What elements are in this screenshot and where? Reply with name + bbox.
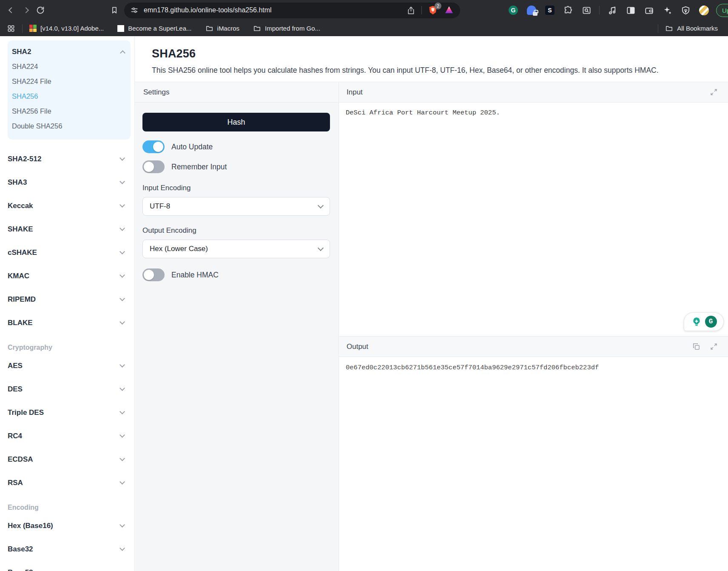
apps-grid-icon[interactable]: [7, 24, 15, 33]
input-textarea[interactable]: DeSci Africa Port Harcourt Meetup 2025. …: [339, 103, 728, 337]
sidebar-group-sha2-512[interactable]: SHA2-512: [8, 147, 124, 171]
chevron-down-icon: [119, 456, 125, 461]
input-encoding-label: Input Encoding: [142, 184, 330, 192]
site-settings-tune-icon[interactable]: [130, 6, 139, 14]
bookmarks-bar: [v14.0, v13.0] Adobe... Become a SuperLe…: [0, 20, 728, 36]
sidebar-item-sha256-active[interactable]: SHA256: [12, 89, 125, 104]
white-favicon: [117, 25, 124, 32]
sidebar-group-cshake[interactable]: cSHAKE: [8, 241, 124, 264]
input-encoding-select[interactable]: UTF-8: [142, 197, 330, 216]
blue-extension-icon[interactable]: [526, 5, 537, 16]
settings-panel-header: Settings: [135, 82, 338, 103]
wallet-icon[interactable]: [643, 5, 654, 16]
browser-chrome: emn178.github.io/online-tools/sha256.htm…: [0, 0, 728, 36]
hash-button[interactable]: Hash: [142, 113, 330, 131]
chevron-down-icon: [119, 155, 125, 161]
url-text[interactable]: emn178.github.io/online-tools/sha256.htm…: [144, 6, 407, 14]
auto-update-toggle[interactable]: [142, 140, 165, 153]
grammarly-suggestion-bulb-icon: [691, 316, 702, 327]
sidebar-item-sha224-file[interactable]: SHA224 File: [12, 74, 125, 89]
media-control-icon[interactable]: [607, 5, 618, 16]
grammarly-widget[interactable]: G: [684, 312, 724, 331]
output-textarea[interactable]: 0e67ed0c22013cb6271b561e35ce57f7014ba962…: [339, 357, 728, 571]
sidebar-group-kmac[interactable]: KMAC: [8, 264, 124, 288]
chevron-down-icon: [119, 385, 125, 391]
enable-hmac-toggle[interactable]: [142, 268, 165, 281]
back-button[interactable]: [4, 3, 19, 17]
chevron-down-icon: [119, 432, 125, 438]
s-extension-icon[interactable]: S: [544, 5, 555, 16]
sidebar-group-triple-des[interactable]: Triple DES: [8, 401, 124, 424]
sidebar-item-sha224[interactable]: SHA224: [12, 59, 125, 74]
chevron-down-icon: [119, 249, 125, 254]
forward-icon: [23, 7, 29, 13]
output-encoding-select[interactable]: Hex (Lower Case): [142, 240, 330, 258]
remember-input-toggle[interactable]: [142, 160, 165, 173]
adobe-favicon: [29, 25, 37, 32]
gold-profile-badge-icon[interactable]: [698, 5, 709, 16]
sidebar-group-aes[interactable]: AES: [8, 354, 124, 377]
sidebar-group-base32[interactable]: Base32: [8, 537, 124, 561]
brave-rewards-icon[interactable]: [444, 5, 454, 15]
sidebar-group-rc4[interactable]: RC4: [8, 424, 124, 448]
all-bookmarks-button[interactable]: All Bookmarks: [665, 24, 718, 32]
chevron-down-icon: [318, 202, 324, 208]
chevron-down-icon: [119, 545, 125, 551]
share-icon[interactable]: [407, 6, 415, 15]
bookmark-icon: [110, 6, 119, 14]
search-tab-icon[interactable]: [581, 5, 592, 16]
sidebar-section-cryptography: Cryptography: [8, 344, 127, 351]
shield-badge: 2: [435, 3, 441, 9]
input-panel-header: Input: [339, 82, 728, 103]
chevron-down-icon: [119, 319, 125, 325]
chevron-down-icon: [119, 479, 125, 485]
forward-button[interactable]: [19, 3, 33, 17]
sidebar-group-base58[interactable]: Base58: [8, 561, 124, 571]
sidebar-group-des[interactable]: DES: [8, 377, 124, 401]
sidebar-group-sha2: SHA2 SHA224 SHA224 File SHA256 SHA256 Fi…: [8, 40, 131, 140]
sidebar-group-rsa[interactable]: RSA: [8, 471, 124, 494]
bookmark-adobe[interactable]: [v14.0, v13.0] Adobe...: [29, 25, 104, 32]
chevron-down-icon: [119, 569, 125, 571]
sidebar-item-sha256-file[interactable]: SHA256 File: [12, 104, 125, 119]
settings-panel: Settings Hash Auto Update Remember Input…: [135, 82, 339, 571]
grammarly-logo-icon: G: [705, 316, 717, 328]
copy-output-icon[interactable]: [692, 343, 700, 351]
extensions-puzzle-icon[interactable]: [563, 5, 574, 16]
toolbar-divider: [599, 6, 600, 14]
sidebar-group-ripemd[interactable]: RIPEMD: [8, 288, 124, 311]
chevron-down-icon: [119, 522, 125, 528]
reload-button[interactable]: [33, 3, 48, 17]
leo-ai-icon[interactable]: [662, 5, 673, 16]
browser-update-menu-button[interactable]: Update: [716, 4, 728, 17]
vpn-shield-icon[interactable]: [680, 5, 691, 16]
brave-shield-button[interactable]: 2: [428, 5, 438, 15]
url-bar[interactable]: emn178.github.io/online-tools/sha256.htm…: [124, 3, 460, 18]
output-expand-icon[interactable]: [710, 343, 718, 351]
urlbar-divider: [421, 6, 422, 14]
sidebar-group-sha3[interactable]: SHA3: [8, 171, 124, 194]
main-area: SHA256 This SHA256 online tool helps you…: [135, 36, 728, 571]
output-panel-header: Output: [339, 337, 728, 357]
chevron-down-icon: [119, 226, 125, 231]
bookmark-folder-imacros[interactable]: iMacros: [205, 24, 240, 32]
sidebar-group-keccak[interactable]: Keccak: [8, 194, 124, 217]
chevron-down-icon: [119, 179, 125, 184]
input-expand-icon[interactable]: [710, 88, 718, 96]
sidebar-group-ecdsa[interactable]: ECDSA: [8, 448, 124, 471]
sidebar-group-sha2-header[interactable]: SHA2: [12, 45, 125, 59]
browser-toolbar: emn178.github.io/online-tools/sha256.htm…: [0, 0, 728, 20]
bookmark-this-page-button[interactable]: [107, 3, 122, 17]
grammarly-extension-icon[interactable]: G: [508, 5, 519, 16]
io-panel: Input DeSci Africa Port Harcourt Meetup …: [339, 82, 728, 571]
chevron-down-icon: [119, 202, 125, 208]
output-encoding-label: Output Encoding: [142, 226, 330, 235]
sidebar-group-hex-base16[interactable]: Hex (Base16): [8, 514, 124, 537]
sidebar-group-blake[interactable]: BLAKE: [8, 311, 124, 334]
sidebar-item-double-sha256[interactable]: Double SHA256: [12, 119, 125, 134]
sidebar-group-shake[interactable]: SHAKE: [8, 217, 124, 241]
sidebar-toggle-icon[interactable]: [625, 5, 636, 16]
page-title: SHA256: [152, 47, 711, 60]
bookmark-superlearner[interactable]: Become a SuperLea...: [117, 25, 191, 32]
bookmark-folder-imported[interactable]: Imported from Go...: [253, 24, 320, 32]
